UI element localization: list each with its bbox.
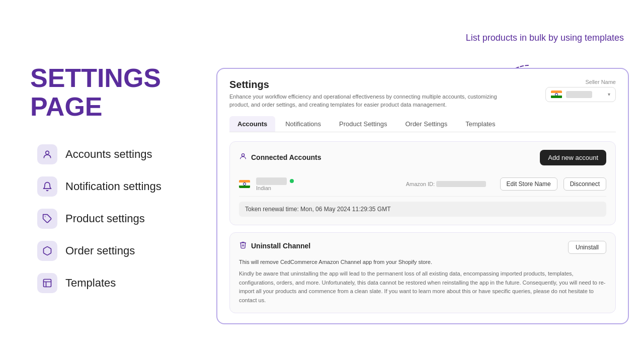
connected-accounts-header: Connected Accounts Add new account (239, 150, 606, 165)
india-flag-icon (551, 90, 562, 99)
sidebar-item-templates[interactable]: Templates (30, 268, 181, 298)
right-panel: List products in bulk by using templates… (211, 28, 644, 335)
account-row: Arthaman Indian Amazon ID: A3AFTH0LD0N8R… (239, 172, 606, 197)
uninstall-button[interactable]: Uninstall (568, 241, 606, 254)
uninstall-header: Uninstall Channel Uninstall (239, 241, 606, 254)
settings-description: Enhance your workflow efficiency and ope… (229, 93, 511, 109)
disconnect-button[interactable]: Disconnect (564, 177, 606, 191)
seller-name-label: Seller Name (585, 79, 616, 85)
account-sub: Indian (256, 185, 294, 191)
svg-point-5 (242, 154, 244, 156)
tab-accounts[interactable]: Accounts (229, 116, 275, 132)
tooltip-text: List products in bulk by using templates (466, 33, 624, 43)
tab-notifications[interactable]: Notifications (277, 116, 329, 132)
online-status-dot (290, 179, 294, 183)
seller-name-block: Seller Name Arthaman ▾ (545, 79, 616, 102)
trash-icon (239, 241, 247, 251)
sidebar-item-notifications[interactable]: Notification settings (30, 171, 181, 202)
add-account-button[interactable]: Add new account (540, 150, 606, 165)
account-icon (37, 144, 57, 164)
uninstall-section: Uninstall Channel Uninstall This will re… (229, 232, 616, 314)
bell-icon (37, 176, 57, 197)
page-title: SETTINGS PAGE (30, 64, 181, 121)
sidebar-item-products[interactable]: Product settings (30, 204, 181, 234)
settings-main-title: Settings (229, 79, 511, 90)
sidebar-item-accounts-label: Accounts settings (65, 148, 152, 161)
nav-list: Accounts settings Notification settings … (30, 139, 181, 298)
sidebar-item-orders[interactable]: Order settings (30, 236, 181, 266)
edit-store-name-button[interactable]: Edit Store Name (500, 177, 557, 191)
tabs-row: Accounts Notifications Product Settings … (229, 116, 616, 132)
left-panel: SETTINGS PAGE Accounts settings Notifica… (0, 44, 211, 318)
settings-title-block: Settings Enhance your workflow efficienc… (229, 79, 511, 109)
connected-accounts-section: Connected Accounts Add new account Artha… (229, 141, 616, 225)
account-flag-icon (239, 180, 250, 188)
sidebar-item-notifications-label: Notification settings (65, 180, 162, 193)
token-renewal: Token renewal time: Mon, 06 May 2024 11:… (239, 202, 606, 217)
connected-accounts-title: Connected Accounts (239, 152, 321, 162)
tab-product-settings[interactable]: Product Settings (331, 116, 395, 132)
sidebar-item-templates-label: Templates (65, 277, 116, 290)
account-info: Arthaman Indian (256, 177, 294, 191)
seller-dropdown[interactable]: Arthaman ▾ (545, 87, 616, 102)
uninstall-long-desc: Kindly be aware that uninstalling the ap… (239, 269, 606, 305)
chevron-down-icon: ▾ (608, 92, 610, 97)
account-name: Arthaman (256, 177, 294, 185)
uninstall-title: Uninstall Channel (239, 241, 310, 251)
tag-icon (37, 209, 57, 229)
sidebar-item-products-label: Product settings (65, 212, 145, 225)
box-icon (37, 241, 57, 261)
sidebar-item-orders-label: Order settings (65, 244, 135, 257)
settings-card-header: Settings Enhance your workflow efficienc… (229, 79, 616, 109)
amazon-id-block: Amazon ID: A3AFTH0LD0N8RC (406, 181, 486, 187)
seller-name-value: Arthaman (566, 91, 592, 98)
sidebar-item-accounts[interactable]: Accounts settings (30, 139, 181, 169)
tab-templates[interactable]: Templates (457, 116, 503, 132)
uninstall-short-desc: This will remove CedCommerce Amazon Chan… (239, 258, 606, 267)
settings-card: Settings Enhance your workflow efficienc… (216, 68, 629, 325)
user-icon (239, 152, 247, 162)
tab-order-settings[interactable]: Order Settings (397, 116, 455, 132)
svg-point-0 (46, 151, 49, 155)
template-icon (37, 273, 57, 293)
svg-rect-2 (44, 280, 51, 287)
